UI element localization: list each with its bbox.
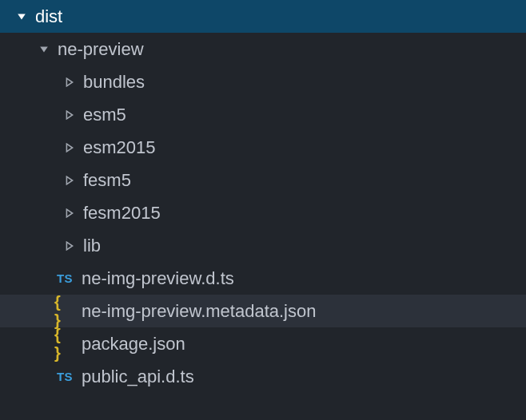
chevron-right-icon	[64, 175, 75, 186]
folder-label: ne-preview	[58, 39, 144, 60]
typescript-icon: TS	[54, 370, 75, 383]
json-icon: { }	[54, 326, 75, 363]
folder-ne-preview[interactable]: ne-preview	[0, 33, 526, 65]
typescript-icon: TS	[54, 271, 75, 285]
folder-fesm2015[interactable]: fesm2015	[0, 196, 526, 229]
chevron-right-icon	[64, 142, 75, 153]
folder-esm2015[interactable]: esm2015	[0, 131, 526, 164]
file-label: public_api.d.ts	[82, 367, 194, 387]
chevron-right-icon	[64, 77, 75, 88]
json-icon: { }	[54, 293, 75, 330]
folder-label: dist	[35, 6, 62, 27]
folder-lib[interactable]: lib	[0, 229, 526, 262]
file-ne-img-preview-dts[interactable]: TS ne-img-preview.d.ts	[0, 262, 526, 295]
file-label: ne-img-preview.metadata.json	[82, 301, 316, 322]
file-label: package.json	[82, 334, 185, 355]
file-label: ne-img-preview.d.ts	[82, 268, 234, 289]
folder-label: esm5	[83, 105, 126, 125]
folder-label: lib	[83, 236, 101, 256]
chevron-right-icon	[64, 240, 75, 252]
folder-fesm5[interactable]: fesm5	[0, 164, 526, 196]
file-package-json[interactable]: { } package.json	[0, 327, 526, 360]
folder-label: fesm5	[83, 170, 131, 191]
chevron-right-icon	[64, 109, 75, 121]
chevron-down-icon	[38, 44, 50, 55]
folder-dist[interactable]: dist	[0, 0, 526, 33]
chevron-down-icon	[16, 11, 27, 22]
folder-bundles[interactable]: bundles	[0, 65, 526, 98]
file-public-api-dts[interactable]: TS public_api.d.ts	[0, 360, 526, 393]
file-ne-img-preview-metadata-json[interactable]: { } ne-img-preview.metadata.json	[0, 295, 526, 327]
folder-esm5[interactable]: esm5	[0, 98, 526, 131]
folder-label: esm2015	[83, 137, 156, 158]
file-tree: dist ne-preview bundles esm5 esm2015 fes…	[0, 0, 526, 393]
folder-label: fesm2015	[83, 203, 161, 224]
chevron-right-icon	[64, 208, 75, 219]
folder-label: bundles	[83, 72, 145, 93]
